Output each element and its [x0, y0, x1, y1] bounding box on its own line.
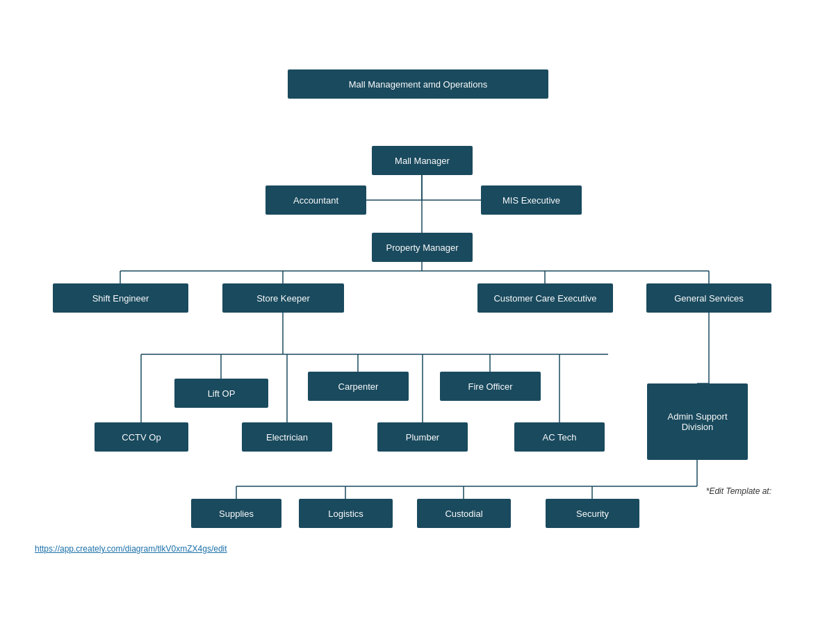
customer-care-box: Customer Care Executive — [477, 283, 613, 313]
general-services-box: General Services — [646, 283, 771, 313]
creately-link[interactable]: https://app.creately.com/diagram/tlkV0xm… — [35, 544, 227, 554]
electrician-box: Electrician — [242, 422, 332, 452]
ac-tech-box: AC Tech — [514, 422, 605, 452]
title-box: Mall Management amd Operations — [288, 69, 548, 99]
cctv-op-box: CCTV Op — [95, 422, 188, 452]
lift-op-box: Lift OP — [174, 379, 268, 408]
property-manager-box: Property Manager — [372, 233, 473, 262]
edit-note: *Edit Template at: — [706, 486, 771, 496]
mall-manager-box: Mall Manager — [372, 146, 473, 175]
chart-container: Mall Management amd Operations Mall Mana… — [0, 0, 834, 644]
custodial-box: Custodial — [417, 499, 511, 528]
fire-officer-box: Fire Officer — [440, 372, 541, 401]
shift-engineer-box: Shift Engineer — [53, 283, 188, 313]
logistics-box: Logistics — [299, 499, 393, 528]
accountant-box: Accountant — [265, 185, 366, 215]
carpenter-box: Carpenter — [308, 372, 409, 401]
security-box: Security — [546, 499, 639, 528]
store-keeper-box: Store Keeper — [222, 283, 344, 313]
supplies-box: Supplies — [191, 499, 281, 528]
mis-executive-box: MIS Executive — [481, 185, 582, 215]
plumber-box: Plumber — [377, 422, 468, 452]
admin-support-box: Admin Support Division — [647, 383, 748, 460]
